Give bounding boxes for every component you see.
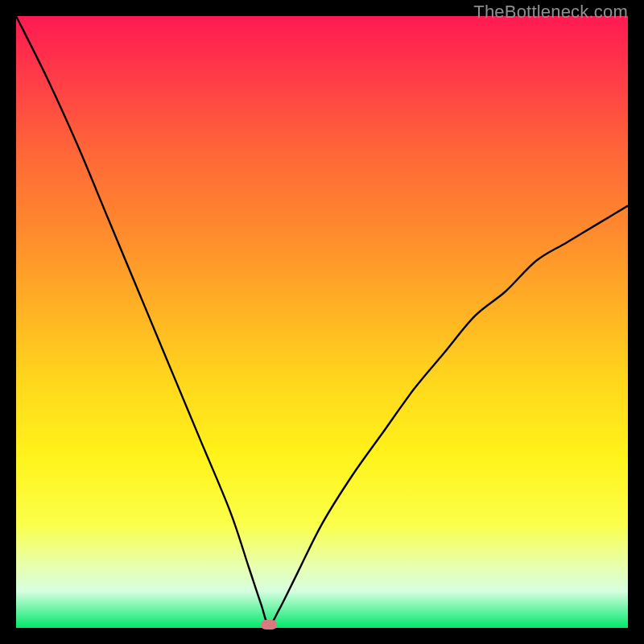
bottleneck-curve bbox=[16, 16, 628, 628]
watermark-text: TheBottleneck.com bbox=[473, 2, 628, 23]
optimal-point-marker bbox=[261, 620, 277, 630]
